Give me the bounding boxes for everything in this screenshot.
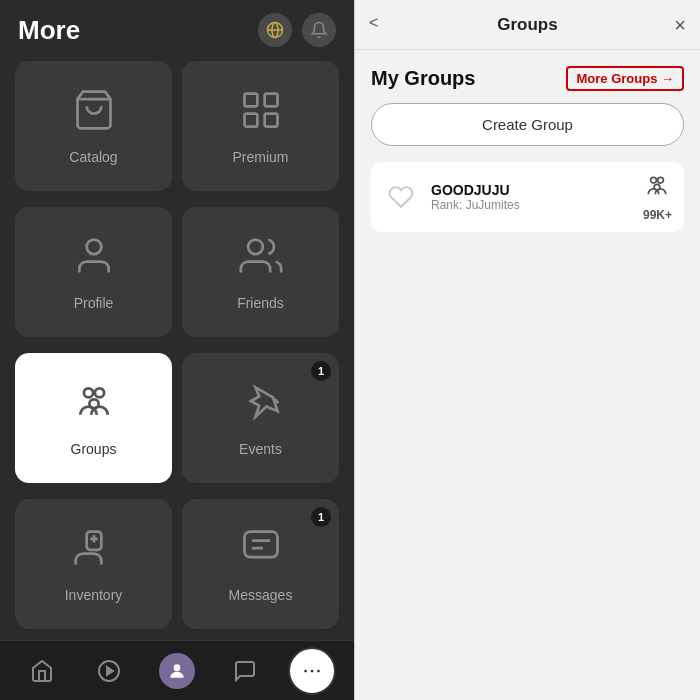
svg-point-17 xyxy=(174,664,181,671)
premium-label: Premium xyxy=(232,149,288,165)
events-label: Events xyxy=(239,441,282,457)
right-header: < Groups × xyxy=(355,0,700,50)
svg-rect-5 xyxy=(264,93,277,106)
svg-rect-14 xyxy=(244,531,277,557)
messages-icon xyxy=(239,526,283,579)
profile-icon xyxy=(72,234,116,287)
inventory-label: Inventory xyxy=(65,587,123,603)
bell-icon[interactable] xyxy=(302,13,336,47)
svg-point-20 xyxy=(317,669,320,672)
nav-home[interactable] xyxy=(18,647,66,695)
left-panel: More xyxy=(0,0,354,700)
group-item[interactable]: GOODJUJU Rank: JuJumites 99K+ xyxy=(371,162,684,232)
my-groups-title: My Groups xyxy=(371,67,475,90)
messages-badge: 1 xyxy=(311,507,331,527)
catalog-label: Catalog xyxy=(69,149,117,165)
svg-point-10 xyxy=(83,388,92,397)
svg-rect-4 xyxy=(244,93,257,106)
back-button[interactable]: < xyxy=(369,14,378,32)
grid-item-profile[interactable]: Profile xyxy=(15,207,172,337)
grid-item-messages[interactable]: 1 Messages xyxy=(182,499,339,629)
left-header: More xyxy=(0,0,354,56)
premium-icon xyxy=(239,88,283,141)
svg-point-21 xyxy=(651,177,657,183)
groups-label: Groups xyxy=(71,441,117,457)
nav-chat[interactable] xyxy=(221,647,269,695)
right-panel-title: Groups xyxy=(497,15,557,35)
nav-avatar[interactable] xyxy=(153,647,201,695)
app-container: More xyxy=(0,0,700,700)
svg-rect-7 xyxy=(264,113,277,126)
svg-point-19 xyxy=(311,669,314,672)
right-panel: < Groups × My Groups More Groups → Creat… xyxy=(354,0,700,700)
globe-icon[interactable] xyxy=(258,13,292,47)
page-title: More xyxy=(18,15,80,46)
nav-more[interactable] xyxy=(288,647,336,695)
friends-icon xyxy=(239,234,283,287)
group-name: GOODJUJU xyxy=(431,182,631,198)
bag-icon xyxy=(72,88,116,141)
events-badge: 1 xyxy=(311,361,331,381)
grid-item-catalog[interactable]: Catalog xyxy=(15,61,172,191)
grid-item-friends[interactable]: Friends xyxy=(182,207,339,337)
nav-play[interactable] xyxy=(85,647,133,695)
groups-icon xyxy=(72,380,116,433)
svg-point-9 xyxy=(248,239,263,254)
my-groups-header: My Groups More Groups → xyxy=(371,66,684,91)
grid-item-groups[interactable]: Groups xyxy=(15,353,172,483)
avatar xyxy=(159,653,195,689)
more-groups-button[interactable]: More Groups → xyxy=(566,66,684,91)
events-icon xyxy=(239,380,283,433)
group-members: 99K+ xyxy=(643,172,672,222)
messages-label: Messages xyxy=(229,587,293,603)
profile-label: Profile xyxy=(74,295,114,311)
grid-item-inventory[interactable]: Inventory xyxy=(15,499,172,629)
members-icon xyxy=(643,172,671,206)
svg-point-22 xyxy=(658,177,664,183)
svg-point-18 xyxy=(304,669,307,672)
group-members-count: 99K+ xyxy=(643,208,672,222)
grid-item-premium[interactable]: Premium xyxy=(182,61,339,191)
friends-label: Friends xyxy=(237,295,284,311)
close-button[interactable]: × xyxy=(674,14,686,37)
svg-marker-16 xyxy=(107,667,113,675)
group-rank: Rank: JuJumites xyxy=(431,198,631,212)
menu-grid: Catalog Premium xyxy=(0,56,354,640)
group-info: GOODJUJU Rank: JuJumites xyxy=(431,182,631,212)
svg-point-11 xyxy=(94,388,103,397)
grid-item-events[interactable]: 1 Events xyxy=(182,353,339,483)
heart-icon xyxy=(383,179,419,215)
header-icons xyxy=(258,13,336,47)
bottom-nav xyxy=(0,640,354,700)
svg-point-8 xyxy=(86,239,101,254)
svg-rect-6 xyxy=(244,113,257,126)
right-content: My Groups More Groups → Create Group GOO… xyxy=(355,50,700,700)
inventory-icon xyxy=(72,526,116,579)
create-group-button[interactable]: Create Group xyxy=(371,103,684,146)
